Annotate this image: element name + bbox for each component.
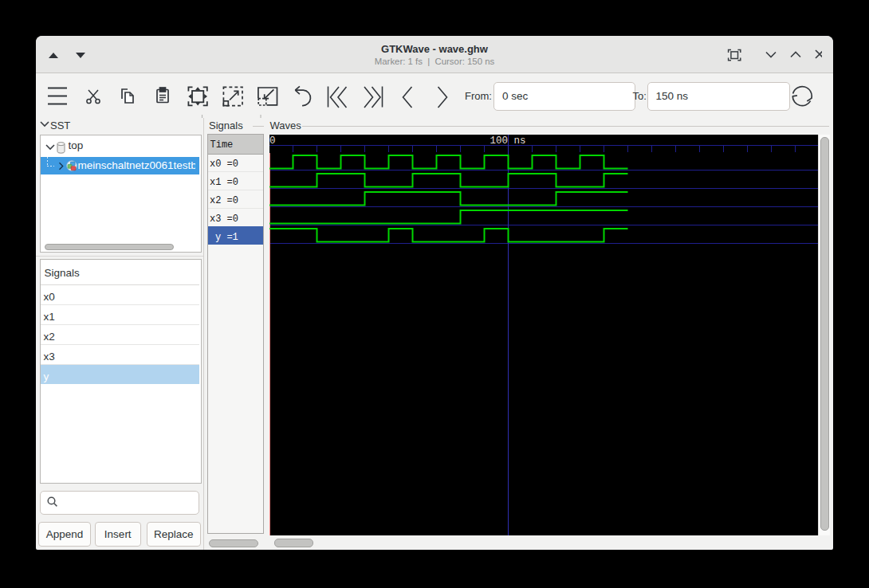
- svg-text:100 ns: 100 ns: [490, 135, 526, 147]
- svg-text:0: 0: [269, 135, 276, 147]
